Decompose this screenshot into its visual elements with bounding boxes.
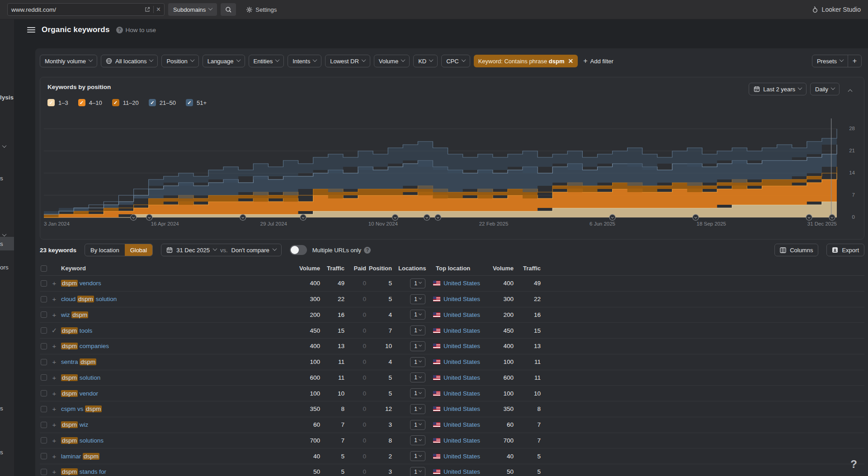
active-keyword-filter-chip[interactable]: Keyword: Contains phrase dspm ✕ [474,55,578,67]
top-location-link[interactable]: United States [443,453,480,460]
top-location-link[interactable]: United States [443,405,480,412]
filter-monthly-volume[interactable]: Monthly volume [40,55,97,67]
legend-4-10[interactable]: ✓4–10 [78,99,102,106]
row-checkbox[interactable] [41,374,47,381]
row-checkbox[interactable] [41,296,47,302]
legend-51+[interactable]: ✓51+ [186,99,207,106]
col-traffic[interactable]: Traffic [320,261,344,275]
legend-11-20[interactable]: ✓11–20 [112,99,139,106]
row-checkbox[interactable] [41,469,47,475]
legend-21-50[interactable]: ✓21–50 [149,99,176,106]
sidebar-item-fragment[interactable]: s [0,175,3,182]
col-volume[interactable]: Volume [282,261,320,275]
locations-select[interactable]: 1 [410,451,425,461]
legend-checkbox[interactable]: ✓ [78,99,85,106]
add-filter-button[interactable]: + Add filter [583,57,613,65]
locations-select[interactable]: 1 [410,278,425,288]
row-checkbox[interactable] [41,437,47,443]
filter-kd[interactable]: KD [413,55,438,67]
locations-select[interactable]: 1 [410,341,425,351]
open-external-icon[interactable] [144,6,151,13]
search-button[interactable] [221,3,236,16]
expand-button[interactable]: + [51,370,58,386]
filter-intents[interactable]: Intents [288,55,321,67]
keyword-link[interactable]: dspm companies [61,343,109,349]
menu-icon[interactable] [27,27,35,33]
locations-select[interactable]: 1 [410,294,425,304]
locations-select[interactable]: 1 [410,467,425,476]
granularity-select[interactable]: Daily [810,83,840,95]
help-button[interactable]: ? [850,458,857,471]
legend-checkbox[interactable]: ✓ [112,99,119,106]
row-checkbox[interactable] [41,311,47,318]
filter-cpc[interactable]: CPC [441,55,470,67]
keyword-link[interactable]: cloud dspm solution [61,296,117,302]
row-checkbox[interactable] [41,406,47,412]
row-checkbox[interactable] [41,343,47,349]
filter-position[interactable]: Position [161,55,198,67]
top-location-link[interactable]: United States [443,468,480,475]
filter-entities[interactable]: Entities [249,55,284,67]
locations-select[interactable]: 1 [410,404,425,414]
locations-select[interactable]: 1 [410,325,425,335]
expand-button[interactable]: + [51,433,58,448]
expand-button[interactable]: + [51,339,58,354]
col-locations[interactable]: Locations [398,261,430,275]
locations-select[interactable]: 1 [410,310,425,320]
collapse-panel-button[interactable] [843,83,857,95]
date-compare-select[interactable]: 31 Dec 2025 vs. Don't compare [161,244,282,256]
add-preset-button[interactable]: + [848,55,861,67]
locations-select[interactable]: 1 [410,357,425,367]
top-location-link[interactable]: United States [443,296,480,302]
col-traffic-2[interactable]: Traffic [515,261,541,275]
col-keyword[interactable]: Keyword [61,261,86,275]
top-location-link[interactable]: United States [443,437,480,444]
filter-volume[interactable]: Volume [374,55,410,67]
keyword-link[interactable]: dspm tools [61,327,92,334]
settings-button[interactable]: Settings [246,6,277,13]
top-location-link[interactable]: United States [443,358,480,365]
keyword-link[interactable]: dspm vendors [61,280,101,287]
expand-button[interactable]: + [51,448,58,464]
top-location-link[interactable]: United States [443,280,480,287]
keyword-link[interactable]: sentra dspm [61,358,96,365]
expand-button[interactable]: + [51,401,58,417]
select-all-checkbox[interactable] [41,265,47,272]
keyword-link[interactable]: dspm solutions [61,437,104,444]
sidebar-item-fragment[interactable]: lysis [0,94,14,101]
keyword-link[interactable]: laminar dspm [61,453,99,460]
locations-select[interactable]: 1 [410,435,425,445]
expand-button[interactable]: + [51,292,58,307]
target-url-input[interactable]: www.reddit.com/ × [7,3,165,16]
expand-button[interactable]: + [51,307,58,323]
keyword-link[interactable]: dspm wiz [61,421,88,428]
position-chart[interactable] [44,116,837,221]
expand-button[interactable]: + [51,276,58,291]
keyword-link[interactable]: dspm stands for [61,468,106,475]
col-volume-2[interactable]: Volume [477,261,514,275]
multiple-urls-toggle[interactable] [290,245,307,255]
date-range-select[interactable]: Last 2 years [749,83,807,95]
expand-button[interactable]: ✓ [51,323,58,338]
locations-select[interactable]: 1 [410,420,425,430]
legend-checkbox[interactable]: ✓ [186,99,193,106]
sidebar-item-fragment[interactable]: s [0,449,3,456]
top-location-link[interactable]: United States [443,390,480,397]
global-tab[interactable]: Global [125,244,153,256]
columns-button[interactable]: Columns [774,244,818,256]
row-checkbox[interactable] [41,280,47,287]
col-paid[interactable]: Paid [344,261,366,275]
row-checkbox[interactable] [41,390,47,396]
remove-filter-icon[interactable]: ✕ [568,58,573,64]
clear-url-icon[interactable]: × [156,6,160,13]
row-checkbox[interactable] [41,422,47,428]
scope-select[interactable]: Subdomains [168,3,217,16]
sidebar-item-fragment[interactable]: s [0,405,3,412]
top-location-link[interactable]: United States [443,374,480,381]
keyword-link[interactable]: dspm vendor [61,390,98,397]
expand-button[interactable]: + [51,386,58,401]
legend-1-3[interactable]: ✓1–3 [47,99,68,106]
expand-button[interactable]: + [51,354,58,370]
row-checkbox[interactable] [41,453,47,459]
legend-checkbox[interactable]: ✓ [47,99,55,106]
